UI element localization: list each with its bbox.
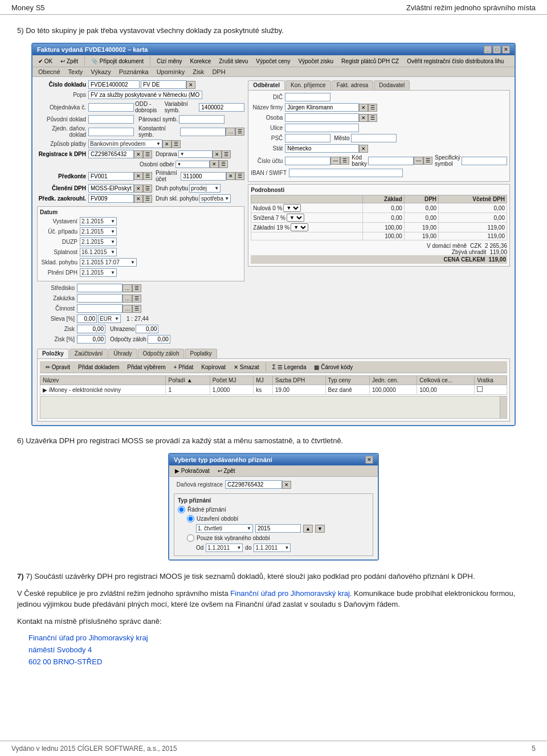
cizi-meny-btn[interactable]: Cizí měny	[153, 57, 185, 66]
zjedn-input[interactable]	[88, 128, 134, 136]
tab-poplatky[interactable]: Poplatky	[185, 349, 217, 358]
tab-dodavatel[interactable]: Dodavatel	[374, 80, 410, 90]
section7-link1[interactable]: Finanční úřad pro Jihomoravský kraj	[230, 589, 350, 598]
year-down-btn[interactable]: ▼	[315, 525, 325, 533]
zrusit-slevu-btn[interactable]: Zrušit slevu	[215, 57, 251, 66]
ulice-input[interactable]	[285, 124, 359, 132]
cinnost-list-btn[interactable]: ☰	[132, 305, 141, 313]
doprava-x-btn[interactable]: ✕	[213, 150, 222, 158]
pridat-dokladem-btn[interactable]: Přidat dokladem	[75, 363, 123, 371]
registrace-x-btn[interactable]: ✕	[134, 150, 143, 158]
tab-odberatel[interactable]: Odběratel	[248, 80, 285, 90]
vystaveni-combo[interactable]: 2.1.2015 ▼	[80, 217, 117, 226]
registr-dph-btn[interactable]: Registr plátců DPH CZ	[338, 57, 402, 66]
plneni-dph-combo[interactable]: 2.1.2015 ▼	[80, 268, 117, 277]
pridat-vyberem-btn[interactable]: Přidat výběrem	[124, 363, 169, 371]
cislo-dokladu-x-btn[interactable]: ✕	[186, 81, 195, 89]
primarni-input[interactable]	[181, 172, 226, 181]
stredisko-btn[interactable]: …	[123, 284, 132, 292]
ctvrtleti-combo[interactable]: 1. čtvrtletí ▼	[196, 524, 253, 533]
items-scrollbar[interactable]	[500, 397, 507, 418]
maximize-btn[interactable]: □	[493, 46, 501, 54]
zpusob-list-btn[interactable]: ☰	[172, 140, 181, 148]
pred-zaokr-input[interactable]	[88, 194, 134, 203]
predkonto-input[interactable]	[88, 172, 134, 181]
kod-banky-list-btn[interactable]: ☰	[423, 157, 432, 165]
primarni-list-btn[interactable]: ☰	[235, 172, 244, 180]
cinnost-input[interactable]	[77, 304, 123, 313]
do-combo[interactable]: 1.1.2011 ▼	[254, 543, 291, 552]
osobni-combo[interactable]: ▼	[175, 161, 210, 168]
vypocet-zisku-btn[interactable]: Výpočet zisku	[295, 57, 337, 66]
odpocty-input[interactable]	[148, 335, 170, 344]
menu-obecne[interactable]: Obecné	[35, 68, 64, 76]
sleva-currency-combo[interactable]: EUR ▼	[98, 314, 121, 323]
uzavreni-radio[interactable]	[187, 515, 194, 522]
doprava-combo[interactable]: ▼	[178, 150, 213, 158]
menu-upominky[interactable]: Upomínky	[153, 68, 189, 76]
radne-radio[interactable]	[178, 506, 185, 513]
danove-reg-x-btn[interactable]: ✕	[282, 481, 291, 489]
uhrazeno-input[interactable]	[136, 325, 158, 333]
konstantni-btn[interactable]: …	[226, 128, 235, 136]
cislo-uctu-input[interactable]	[285, 157, 330, 165]
small-close-btn[interactable]: ✕	[365, 456, 373, 464]
zakazka-input[interactable]	[77, 294, 123, 303]
variabilni-input[interactable]	[199, 103, 244, 112]
zpusob-x-btn[interactable]: ✕	[162, 140, 172, 148]
pridat-btn[interactable]: + Přidat	[170, 363, 197, 371]
zakazka-btn[interactable]: …	[123, 295, 132, 303]
zisk-perc-input[interactable]	[77, 335, 105, 344]
close-btn[interactable]: ✕	[502, 46, 510, 54]
nazev-x-btn[interactable]: ✕	[359, 104, 368, 112]
pred-zaokr-x-btn[interactable]: ✕	[134, 195, 143, 203]
cislo-dokladu-input[interactable]	[88, 80, 140, 89]
pred-zaokr-list-btn[interactable]: ☰	[143, 195, 152, 203]
zpet-btn[interactable]: ↩ Zpět	[57, 57, 81, 66]
opravit-btn[interactable]: ✏ Opravit	[42, 363, 74, 371]
kod-banky-dash-btn[interactable]: —	[414, 157, 423, 165]
osobni-list-btn[interactable]: ☰	[219, 160, 228, 168]
zisk-input[interactable]	[77, 325, 105, 333]
menu-texty[interactable]: Texty	[65, 68, 87, 76]
menu-vykazy[interactable]: Výkazy	[87, 68, 114, 76]
osoba-x-btn[interactable]: ✕	[359, 114, 368, 122]
kopirovat-btn[interactable]: Kopírovat	[198, 363, 229, 371]
tab-zauchovani[interactable]: Zaúčtování	[70, 349, 108, 358]
splatnost-combo[interactable]: 16.1.2015 ▼	[80, 248, 117, 256]
druh-skl-combo[interactable]: spotřeba ▼	[199, 194, 231, 203]
zakazka-list-btn[interactable]: ☰	[132, 295, 141, 303]
pokracovat-btn[interactable]: ▶ Pokračovat	[172, 467, 213, 475]
legenda-btn[interactable]: Σ ☰ Legenda	[269, 363, 310, 371]
psc-input[interactable]	[285, 134, 330, 142]
osoba-list-btn[interactable]: ☰	[368, 114, 377, 122]
menu-dph[interactable]: DPH	[209, 68, 228, 76]
dic-input[interactable]	[285, 93, 330, 101]
tab-uhrady[interactable]: Úhrady	[108, 349, 137, 358]
primarni-x-btn[interactable]: ✕	[226, 172, 235, 180]
cinnost-btn[interactable]: …	[123, 305, 132, 313]
pouze-tisk-radio[interactable]	[187, 534, 194, 542]
cislo-uctu-list-btn[interactable]: ☰	[340, 157, 349, 165]
overit-btn[interactable]: Ověřit registrační číslo distributora li…	[403, 57, 507, 66]
uc-pripadu-combo[interactable]: 2.1.2015 ▼	[80, 227, 117, 236]
stredisko-input[interactable]	[77, 284, 123, 292]
druh-pohybu-combo[interactable]: prodej ▼	[189, 184, 221, 193]
doprava-list-btn[interactable]: ☰	[222, 150, 231, 158]
zakladni-select[interactable]: ▼	[291, 223, 308, 231]
osobni-x-btn[interactable]: ✕	[210, 160, 219, 168]
konstantni-input[interactable]	[180, 128, 226, 136]
sklad-pohybu-combo[interactable]: 2.1.2015 17:07 ▼	[80, 258, 137, 267]
stredisko-list-btn[interactable]: ☰	[132, 284, 141, 292]
zpusob-combo[interactable]: Bankovním převodem ▼	[88, 140, 162, 148]
stat-x-btn[interactable]: ✕	[359, 145, 368, 153]
registrace-list-btn[interactable]: ☰	[143, 150, 152, 158]
spec-sym-input[interactable]	[462, 157, 507, 165]
nulova-select[interactable]: ▼	[283, 204, 301, 212]
sleva-input[interactable]	[77, 314, 97, 323]
menu-zisk[interactable]: Zisk	[189, 68, 207, 76]
cleni-x-btn[interactable]: ✕	[134, 185, 143, 193]
cleni-input[interactable]	[88, 184, 134, 193]
duzp-combo[interactable]: 2.1.2015 ▼	[80, 238, 117, 246]
pripojit-btn[interactable]: 📎 Připojit dokument	[88, 57, 147, 66]
